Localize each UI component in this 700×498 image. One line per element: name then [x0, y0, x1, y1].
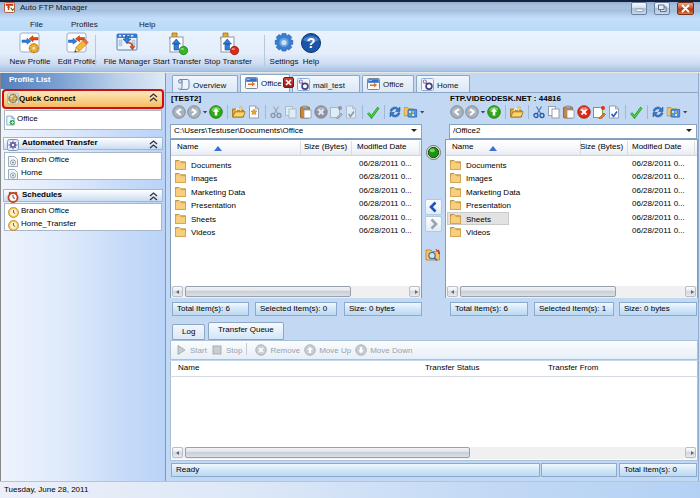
svg-text:?: ?	[307, 35, 316, 51]
